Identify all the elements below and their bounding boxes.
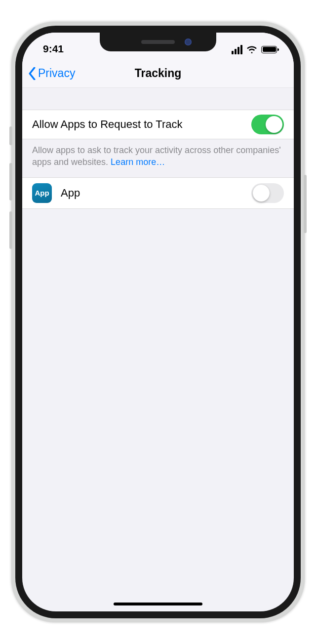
toggle-knob (253, 185, 270, 201)
status-time: 9:41 (43, 43, 64, 55)
app-icon: App (32, 183, 52, 203)
settings-content: Allow Apps to Request to Track Allow app… (22, 88, 294, 209)
allow-apps-toggle[interactable] (251, 115, 284, 134)
notch (100, 33, 216, 51)
app-tracking-row: App App (22, 177, 294, 209)
status-indicators (232, 45, 277, 54)
screen: 9:41 (22, 33, 294, 611)
app-tracking-toggle[interactable] (251, 183, 284, 203)
back-label: Privacy (38, 67, 75, 80)
allow-apps-to-request-row: Allow Apps to Request to Track (22, 110, 294, 139)
wifi-icon (246, 45, 257, 54)
front-camera (185, 39, 192, 45)
phone-frame: 9:41 (11, 22, 305, 622)
home-indicator[interactable] (114, 603, 202, 605)
volume-up-button (9, 163, 12, 201)
navigation-bar: Privacy Tracking (22, 59, 294, 88)
toggle-knob (266, 116, 282, 133)
app-name-label: App (61, 187, 251, 200)
chevron-left-icon (28, 67, 36, 80)
back-button[interactable]: Privacy (28, 67, 75, 80)
learn-more-link[interactable]: Learn more… (111, 157, 165, 167)
power-button (304, 175, 307, 233)
volume-down-button (9, 211, 12, 249)
speaker-grille (141, 40, 175, 44)
cellular-signal-icon (232, 45, 242, 54)
battery-icon (261, 46, 277, 53)
mute-switch (9, 126, 12, 145)
allow-apps-label: Allow Apps to Request to Track (32, 118, 251, 131)
section-footer: Allow apps to ask to track your activity… (22, 139, 294, 177)
